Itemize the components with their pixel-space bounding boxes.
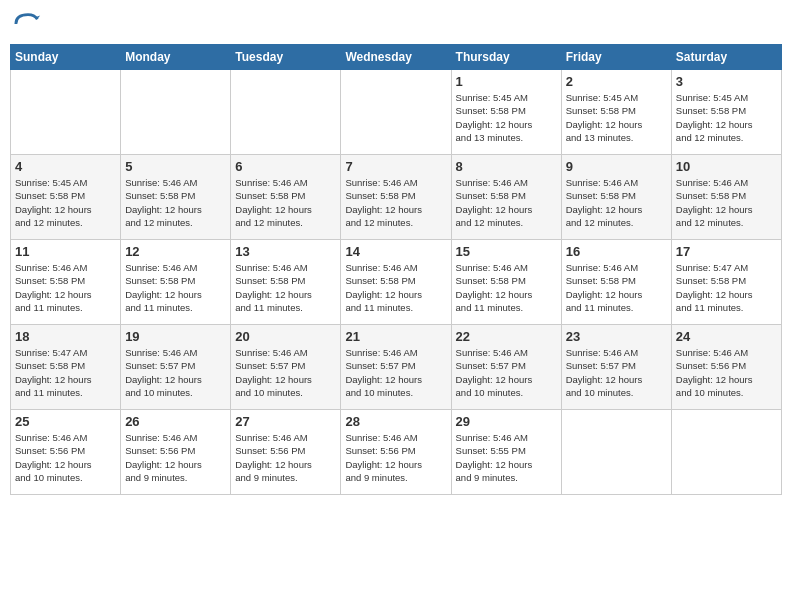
- calendar-cell: 16Sunrise: 5:46 AM Sunset: 5:58 PM Dayli…: [561, 240, 671, 325]
- calendar-cell: 25Sunrise: 5:46 AM Sunset: 5:56 PM Dayli…: [11, 410, 121, 495]
- day-info: Sunrise: 5:46 AM Sunset: 5:58 PM Dayligh…: [345, 176, 446, 229]
- weekday-header-tuesday: Tuesday: [231, 45, 341, 70]
- weekday-header-friday: Friday: [561, 45, 671, 70]
- day-info: Sunrise: 5:46 AM Sunset: 5:58 PM Dayligh…: [15, 261, 116, 314]
- day-number: 22: [456, 329, 557, 344]
- calendar-cell: 2Sunrise: 5:45 AM Sunset: 5:58 PM Daylig…: [561, 70, 671, 155]
- calendar-week-row: 18Sunrise: 5:47 AM Sunset: 5:58 PM Dayli…: [11, 325, 782, 410]
- day-number: 24: [676, 329, 777, 344]
- calendar-cell: 1Sunrise: 5:45 AM Sunset: 5:58 PM Daylig…: [451, 70, 561, 155]
- day-number: 4: [15, 159, 116, 174]
- day-info: Sunrise: 5:46 AM Sunset: 5:56 PM Dayligh…: [235, 431, 336, 484]
- day-info: Sunrise: 5:46 AM Sunset: 5:58 PM Dayligh…: [456, 176, 557, 229]
- day-info: Sunrise: 5:46 AM Sunset: 5:58 PM Dayligh…: [566, 261, 667, 314]
- calendar-cell: 6Sunrise: 5:46 AM Sunset: 5:58 PM Daylig…: [231, 155, 341, 240]
- day-number: 14: [345, 244, 446, 259]
- day-number: 18: [15, 329, 116, 344]
- day-info: Sunrise: 5:45 AM Sunset: 5:58 PM Dayligh…: [456, 91, 557, 144]
- day-info: Sunrise: 5:46 AM Sunset: 5:57 PM Dayligh…: [566, 346, 667, 399]
- day-info: Sunrise: 5:46 AM Sunset: 5:56 PM Dayligh…: [125, 431, 226, 484]
- calendar-cell: 3Sunrise: 5:45 AM Sunset: 5:58 PM Daylig…: [671, 70, 781, 155]
- calendar-cell: 22Sunrise: 5:46 AM Sunset: 5:57 PM Dayli…: [451, 325, 561, 410]
- day-number: 11: [15, 244, 116, 259]
- day-number: 3: [676, 74, 777, 89]
- weekday-header-saturday: Saturday: [671, 45, 781, 70]
- calendar-cell: 10Sunrise: 5:46 AM Sunset: 5:58 PM Dayli…: [671, 155, 781, 240]
- day-number: 7: [345, 159, 446, 174]
- calendar-table: SundayMondayTuesdayWednesdayThursdayFrid…: [10, 44, 782, 495]
- weekday-header-monday: Monday: [121, 45, 231, 70]
- calendar-cell: 17Sunrise: 5:47 AM Sunset: 5:58 PM Dayli…: [671, 240, 781, 325]
- calendar-cell: 4Sunrise: 5:45 AM Sunset: 5:58 PM Daylig…: [11, 155, 121, 240]
- logo: [14, 10, 44, 38]
- calendar-cell: [671, 410, 781, 495]
- day-info: Sunrise: 5:46 AM Sunset: 5:58 PM Dayligh…: [125, 176, 226, 229]
- calendar-cell: 23Sunrise: 5:46 AM Sunset: 5:57 PM Dayli…: [561, 325, 671, 410]
- calendar-cell: 5Sunrise: 5:46 AM Sunset: 5:58 PM Daylig…: [121, 155, 231, 240]
- day-number: 26: [125, 414, 226, 429]
- day-number: 19: [125, 329, 226, 344]
- calendar-cell: [231, 70, 341, 155]
- day-number: 12: [125, 244, 226, 259]
- calendar-cell: [341, 70, 451, 155]
- calendar-cell: 11Sunrise: 5:46 AM Sunset: 5:58 PM Dayli…: [11, 240, 121, 325]
- day-info: Sunrise: 5:46 AM Sunset: 5:57 PM Dayligh…: [125, 346, 226, 399]
- day-info: Sunrise: 5:46 AM Sunset: 5:56 PM Dayligh…: [345, 431, 446, 484]
- day-info: Sunrise: 5:46 AM Sunset: 5:58 PM Dayligh…: [456, 261, 557, 314]
- day-info: Sunrise: 5:46 AM Sunset: 5:57 PM Dayligh…: [235, 346, 336, 399]
- day-info: Sunrise: 5:46 AM Sunset: 5:56 PM Dayligh…: [15, 431, 116, 484]
- day-number: 25: [15, 414, 116, 429]
- calendar-cell: 27Sunrise: 5:46 AM Sunset: 5:56 PM Dayli…: [231, 410, 341, 495]
- day-info: Sunrise: 5:46 AM Sunset: 5:58 PM Dayligh…: [345, 261, 446, 314]
- weekday-header-thursday: Thursday: [451, 45, 561, 70]
- calendar-cell: 21Sunrise: 5:46 AM Sunset: 5:57 PM Dayli…: [341, 325, 451, 410]
- calendar-cell: 9Sunrise: 5:46 AM Sunset: 5:58 PM Daylig…: [561, 155, 671, 240]
- calendar-cell: 24Sunrise: 5:46 AM Sunset: 5:56 PM Dayli…: [671, 325, 781, 410]
- calendar-cell: 14Sunrise: 5:46 AM Sunset: 5:58 PM Dayli…: [341, 240, 451, 325]
- day-info: Sunrise: 5:46 AM Sunset: 5:58 PM Dayligh…: [676, 176, 777, 229]
- calendar-cell: [121, 70, 231, 155]
- calendar-cell: 8Sunrise: 5:46 AM Sunset: 5:58 PM Daylig…: [451, 155, 561, 240]
- calendar-cell: 20Sunrise: 5:46 AM Sunset: 5:57 PM Dayli…: [231, 325, 341, 410]
- calendar-cell: 12Sunrise: 5:46 AM Sunset: 5:58 PM Dayli…: [121, 240, 231, 325]
- day-number: 23: [566, 329, 667, 344]
- day-info: Sunrise: 5:46 AM Sunset: 5:58 PM Dayligh…: [566, 176, 667, 229]
- calendar-week-row: 4Sunrise: 5:45 AM Sunset: 5:58 PM Daylig…: [11, 155, 782, 240]
- day-number: 16: [566, 244, 667, 259]
- day-number: 10: [676, 159, 777, 174]
- calendar-cell: 26Sunrise: 5:46 AM Sunset: 5:56 PM Dayli…: [121, 410, 231, 495]
- weekday-header-row: SundayMondayTuesdayWednesdayThursdayFrid…: [11, 45, 782, 70]
- day-info: Sunrise: 5:45 AM Sunset: 5:58 PM Dayligh…: [15, 176, 116, 229]
- calendar-week-row: 1Sunrise: 5:45 AM Sunset: 5:58 PM Daylig…: [11, 70, 782, 155]
- day-info: Sunrise: 5:46 AM Sunset: 5:56 PM Dayligh…: [676, 346, 777, 399]
- day-number: 9: [566, 159, 667, 174]
- calendar-cell: 28Sunrise: 5:46 AM Sunset: 5:56 PM Dayli…: [341, 410, 451, 495]
- day-number: 28: [345, 414, 446, 429]
- day-info: Sunrise: 5:46 AM Sunset: 5:55 PM Dayligh…: [456, 431, 557, 484]
- weekday-header-sunday: Sunday: [11, 45, 121, 70]
- day-number: 5: [125, 159, 226, 174]
- calendar-cell: 7Sunrise: 5:46 AM Sunset: 5:58 PM Daylig…: [341, 155, 451, 240]
- calendar-cell: [11, 70, 121, 155]
- calendar-cell: 29Sunrise: 5:46 AM Sunset: 5:55 PM Dayli…: [451, 410, 561, 495]
- day-number: 8: [456, 159, 557, 174]
- day-number: 20: [235, 329, 336, 344]
- calendar-cell: 15Sunrise: 5:46 AM Sunset: 5:58 PM Dayli…: [451, 240, 561, 325]
- day-number: 29: [456, 414, 557, 429]
- calendar-cell: [561, 410, 671, 495]
- day-info: Sunrise: 5:45 AM Sunset: 5:58 PM Dayligh…: [676, 91, 777, 144]
- day-info: Sunrise: 5:46 AM Sunset: 5:58 PM Dayligh…: [235, 176, 336, 229]
- day-number: 6: [235, 159, 336, 174]
- calendar-cell: 18Sunrise: 5:47 AM Sunset: 5:58 PM Dayli…: [11, 325, 121, 410]
- day-info: Sunrise: 5:47 AM Sunset: 5:58 PM Dayligh…: [676, 261, 777, 314]
- day-number: 27: [235, 414, 336, 429]
- day-info: Sunrise: 5:46 AM Sunset: 5:58 PM Dayligh…: [235, 261, 336, 314]
- day-info: Sunrise: 5:46 AM Sunset: 5:57 PM Dayligh…: [345, 346, 446, 399]
- day-info: Sunrise: 5:46 AM Sunset: 5:58 PM Dayligh…: [125, 261, 226, 314]
- day-number: 13: [235, 244, 336, 259]
- page-header: [10, 10, 782, 38]
- calendar-week-row: 11Sunrise: 5:46 AM Sunset: 5:58 PM Dayli…: [11, 240, 782, 325]
- day-number: 17: [676, 244, 777, 259]
- day-info: Sunrise: 5:47 AM Sunset: 5:58 PM Dayligh…: [15, 346, 116, 399]
- calendar-week-row: 25Sunrise: 5:46 AM Sunset: 5:56 PM Dayli…: [11, 410, 782, 495]
